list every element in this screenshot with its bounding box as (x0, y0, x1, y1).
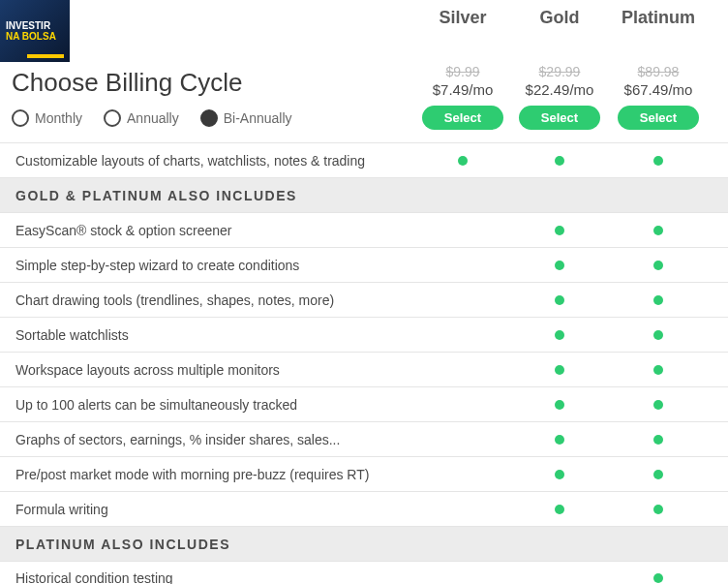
tier-cells (414, 326, 728, 344)
original-price: $9.99 (414, 64, 511, 79)
tier-cell (511, 431, 608, 448)
tier-cell (511, 361, 608, 379)
tier-cells (414, 292, 728, 309)
original-price: $89.98 (608, 64, 709, 79)
feature-label: Workspace layouts across multiple monito… (0, 354, 414, 385)
billing-cycle-bi-annually[interactable]: Bi-Annually (200, 109, 292, 127)
tier-cell (414, 326, 511, 344)
tier-cell (511, 326, 608, 344)
feature-label: Up to 100 alerts can be simultaneously t… (0, 389, 414, 420)
check-dot-icon (555, 295, 564, 305)
tier-cell (608, 431, 709, 448)
tier-cell (511, 152, 608, 169)
radio-label: Monthly (35, 110, 82, 126)
tier-cell (608, 257, 709, 274)
radio-label: Bi-Annually (224, 110, 292, 126)
feature-label: Graphs of sectors, earnings, % insider s… (0, 424, 414, 455)
tier-price-platinum: $89.98 $67.49/mo Select (608, 64, 709, 130)
tier-cells (414, 396, 728, 414)
feature-label: Customizable layouts of charts, watchlis… (0, 145, 414, 176)
feature-row: Historical condition testing (0, 561, 728, 584)
tier-cell (608, 396, 709, 414)
tier-name-label: Gold (511, 0, 608, 32)
tier-cell (608, 466, 709, 483)
check-dot-icon (555, 365, 564, 375)
tier-cells (414, 361, 728, 379)
tier-cell (608, 361, 709, 379)
tier-cells (414, 569, 728, 584)
check-dot-icon (555, 226, 564, 235)
check-dot-icon (653, 470, 663, 479)
billing-cycle-monthly[interactable]: Monthly (12, 109, 82, 127)
billing-cycle-annually[interactable]: Annually (104, 109, 179, 127)
logo-accent-bar (27, 54, 64, 58)
check-dot-icon (555, 156, 564, 166)
price-block: $9.99 $7.49/mo Select $29.99 $22.49/mo S… (414, 64, 728, 130)
feature-row: EasyScan® stock & option screener (0, 212, 728, 247)
tier-cell (414, 361, 511, 379)
tier-header-gold: Gold (511, 0, 608, 32)
select-button-gold[interactable]: Select (519, 106, 600, 130)
tier-cell (511, 466, 608, 483)
brand-logo: INVESTIR NA BOLSA (0, 0, 70, 62)
header-row: INVESTIR NA BOLSA Silver Gold Platinum (0, 0, 728, 62)
check-dot-icon (653, 156, 663, 166)
tier-cells (414, 431, 728, 448)
check-dot-icon (653, 261, 663, 270)
tier-cells (414, 257, 728, 274)
check-dot-icon (653, 505, 663, 514)
tier-cell (414, 569, 511, 584)
tier-cell (414, 501, 511, 518)
check-dot-icon (555, 505, 564, 514)
check-dot-icon (458, 156, 468, 166)
feature-label: Historical condition testing (0, 563, 414, 584)
tier-cell (414, 222, 511, 239)
feature-row: Workspace layouts across multiple monito… (0, 352, 728, 386)
tier-cells (414, 152, 728, 169)
feature-label: Simple step-by-step wizard to create con… (0, 250, 414, 281)
pricing-page: INVESTIR NA BOLSA Silver Gold Platinum C… (0, 0, 728, 584)
tier-cell (414, 152, 511, 169)
select-button-platinum[interactable]: Select (618, 106, 699, 130)
check-dot-icon (555, 330, 564, 340)
tier-cell (511, 501, 608, 518)
check-dot-icon (555, 400, 564, 410)
feature-row: Simple step-by-step wizard to create con… (0, 247, 728, 282)
tier-cell (414, 431, 511, 448)
check-dot-icon (653, 573, 663, 583)
tier-cell (608, 326, 709, 344)
check-dot-icon (653, 400, 663, 410)
tier-price-silver: $9.99 $7.49/mo Select (414, 64, 511, 130)
tier-cells (414, 222, 728, 239)
check-dot-icon (555, 470, 564, 479)
check-dot-icon (653, 226, 663, 235)
tier-cell (511, 292, 608, 309)
section-label: GOLD & PLATINUM ALSO INCLUDES (0, 180, 728, 211)
radio-icon (200, 109, 218, 127)
current-price: $22.49/mo (511, 81, 608, 98)
check-dot-icon (653, 435, 663, 445)
tier-cell (414, 292, 511, 309)
tier-price-gold: $29.99 $22.49/mo Select (511, 64, 608, 130)
radio-label: Annually (127, 110, 179, 126)
tier-header-platinum: Platinum (608, 0, 709, 32)
select-button-silver[interactable]: Select (422, 106, 503, 130)
radio-icon (12, 109, 29, 127)
tier-cell (414, 466, 511, 483)
feature-row: Graphs of sectors, earnings, % insider s… (0, 421, 728, 456)
tier-cell (511, 222, 608, 239)
tier-cells (414, 501, 728, 518)
page-title: Choose Billing Cycle (12, 68, 414, 98)
feature-label: EasyScan® stock & option screener (0, 215, 414, 246)
check-dot-icon (653, 330, 663, 340)
section-header: PLATINUM ALSO INCLUDES (0, 526, 728, 561)
tier-name-label: Platinum (608, 0, 709, 32)
tier-name-label: Silver (414, 0, 511, 32)
tier-names-row: Silver Gold Platinum (414, 0, 728, 32)
feature-row: Formula writing (0, 491, 728, 526)
feature-label: Pre/post market mode with morning pre-bu… (0, 459, 414, 490)
billing-cycle-options: Monthly Annually Bi-Annually (12, 109, 414, 137)
check-dot-icon (653, 365, 663, 375)
current-price: $7.49/mo (414, 81, 511, 98)
feature-label: Chart drawing tools (trendlines, shapes,… (0, 285, 414, 316)
